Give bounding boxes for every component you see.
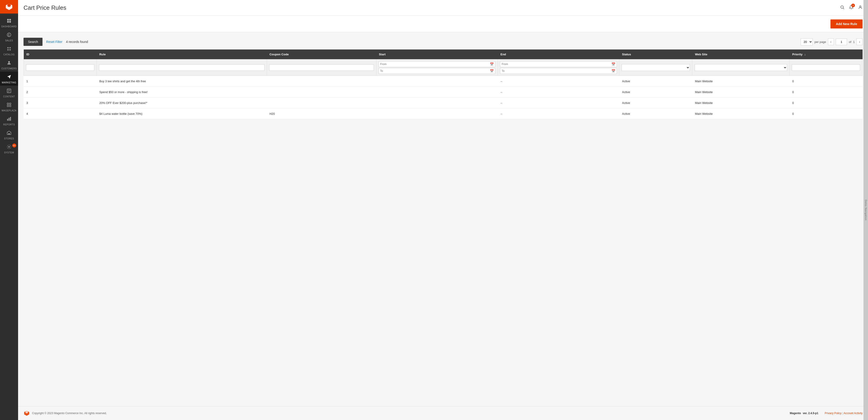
cell-status: Active: [619, 108, 692, 119]
next-page-button[interactable]: ›: [857, 38, 863, 45]
col-header-website[interactable]: Web Site: [692, 50, 789, 59]
table-row[interactable]: 4 $4 Luma water bottle (save 70%) H20 --…: [24, 108, 863, 119]
current-page-input[interactable]: [836, 39, 847, 45]
sidebar-item-marketing[interactable]: MARKETING: [0, 72, 18, 86]
calendar-start-from-icon[interactable]: 📅: [490, 62, 494, 66]
svg-point-19: [8, 146, 10, 148]
col-header-id[interactable]: ID: [24, 50, 97, 59]
col-header-start[interactable]: Start: [376, 50, 498, 59]
filter-coupon-input[interactable]: [269, 64, 374, 71]
filter-end-from-input[interactable]: [502, 63, 611, 66]
col-header-end[interactable]: End: [498, 50, 619, 59]
cell-coupon: [267, 87, 376, 98]
per-page-select[interactable]: 20: [801, 38, 813, 45]
filter-start-to-input[interactable]: [380, 69, 489, 72]
filter-website-select-container: Main Website: [694, 64, 787, 71]
table-header-row: ID Rule Coupon Code Start End: [24, 50, 863, 59]
cell-website: Main Website: [692, 108, 789, 119]
svg-point-6: [8, 61, 10, 63]
filter-rule-input[interactable]: [99, 64, 265, 71]
filter-start-date-container: 📅 📅: [379, 61, 495, 74]
sidebar-item-customers[interactable]: CUSTOMERS: [0, 58, 18, 72]
svg-rect-1: [9, 19, 11, 21]
stores-icon: [6, 130, 11, 136]
cell-start: [376, 98, 498, 108]
calendar-start-to-icon[interactable]: 📅: [490, 69, 494, 73]
svg-rect-0: [7, 19, 9, 21]
sidebar-item-catalog-label: CATALOG: [3, 53, 15, 56]
svg-rect-14: [9, 105, 11, 107]
filter-priority-input[interactable]: [792, 64, 860, 71]
col-header-priority[interactable]: Priority ↓: [789, 50, 863, 59]
footer-left: Copyright © 2023 Magento Commerce Inc. A…: [24, 410, 107, 416]
table-row[interactable]: 1 Buy 3 tee shirts and get the 4th free …: [24, 76, 863, 87]
cell-coupon: H20: [267, 108, 376, 119]
filter-status-select[interactable]: Active Inactive: [622, 64, 690, 71]
calendar-end-to-icon[interactable]: 📅: [612, 69, 615, 73]
svg-rect-13: [7, 105, 8, 107]
filter-rule-cell: [96, 59, 267, 76]
user-icon[interactable]: [858, 5, 863, 11]
filter-status-cell: Active Inactive: [619, 59, 692, 76]
col-header-status[interactable]: Status: [619, 50, 692, 59]
sidebar-item-system[interactable]: SYSTEM 60: [0, 142, 18, 156]
filter-coupon-cell: [267, 59, 376, 76]
sidebar-item-stores[interactable]: STORES: [0, 128, 18, 142]
sidebar-item-reports[interactable]: REPORTS: [0, 114, 18, 128]
cell-rule: Buy 3 tee shirts and get the 4th free: [96, 76, 267, 87]
system-icon: [6, 144, 11, 151]
sidebar-item-sales[interactable]: $ SALES: [0, 30, 18, 43]
sidebar-item-content[interactable]: CONTENT: [0, 86, 18, 100]
privacy-policy-link[interactable]: Privacy Policy: [825, 412, 842, 415]
search-icon[interactable]: [840, 5, 844, 11]
svg-point-20: [841, 6, 843, 8]
sidebar-item-dashboard[interactable]: DASHBOARD: [0, 15, 18, 30]
sidebar-item-dashboard-label: DASHBOARD: [1, 25, 17, 28]
search-button[interactable]: Search: [24, 38, 42, 46]
sidebar-logo: [0, 0, 18, 13]
sidebar-item-mageplaza[interactable]: MAGEPLAZA: [0, 100, 18, 114]
cell-priority: 0: [789, 98, 863, 108]
footer-right: Magento ver. 2.4.5-p1 Privacy Policy | A…: [790, 412, 863, 415]
sidebar-item-stores-label: STORES: [4, 137, 14, 140]
cell-start: [376, 87, 498, 98]
calendar-end-from-icon[interactable]: 📅: [612, 62, 615, 66]
cell-website: Main Website: [692, 87, 789, 98]
notification-count: 9: [851, 4, 855, 7]
filter-end-to-input[interactable]: [502, 69, 611, 72]
notifications-icon[interactable]: 9: [849, 5, 854, 11]
page-of-label: of: [849, 40, 851, 43]
sidebar-item-system-label: SYSTEM: [4, 151, 14, 154]
cell-status: Active: [619, 98, 692, 108]
content-icon: [6, 88, 11, 94]
filter-start-from-input[interactable]: [380, 63, 489, 66]
table-row[interactable]: 2 Spend $50 or more - shipping is free! …: [24, 87, 863, 98]
svg-rect-12: [9, 103, 11, 104]
sort-arrow-priority: ↓: [804, 53, 806, 56]
cell-website: Main Website: [692, 76, 789, 87]
cell-id: 4: [24, 108, 97, 119]
main-content: Cart Price Rules 9 Add New Rule Search R…: [18, 0, 868, 420]
col-header-coupon[interactable]: Coupon Code: [267, 50, 376, 59]
account-activity-link[interactable]: Account Activity: [844, 412, 863, 415]
marketing-icon: [6, 74, 11, 80]
table-row[interactable]: 3 20% OFF Ever $200-plus purchase!* -- A…: [24, 98, 863, 108]
col-header-rule[interactable]: Rule: [96, 50, 267, 59]
cell-end: --: [498, 98, 619, 108]
reset-filter-button[interactable]: Reset Filter: [46, 40, 62, 43]
filter-website-select[interactable]: Main Website: [695, 64, 787, 71]
filter-id-input[interactable]: [26, 64, 94, 71]
filter-end-date-container: 📅 📅: [500, 61, 617, 74]
prev-page-button[interactable]: ‹: [828, 38, 834, 45]
footer-links: Privacy Policy | Account Activity: [825, 412, 863, 415]
filter-start-cell: 📅 📅: [376, 59, 498, 76]
mageplaza-icon: [6, 102, 11, 108]
cell-end: --: [498, 108, 619, 119]
action-bar: Add New Rule: [18, 16, 868, 32]
add-new-rule-button[interactable]: Add New Rule: [831, 20, 863, 29]
cell-status: Active: [619, 76, 692, 87]
cell-end: --: [498, 87, 619, 98]
table-body: 1 Buy 3 tee shirts and get the 4th free …: [24, 76, 863, 119]
sidebar-item-catalog[interactable]: CATALOG: [0, 43, 18, 58]
svg-text:$: $: [8, 33, 9, 37]
